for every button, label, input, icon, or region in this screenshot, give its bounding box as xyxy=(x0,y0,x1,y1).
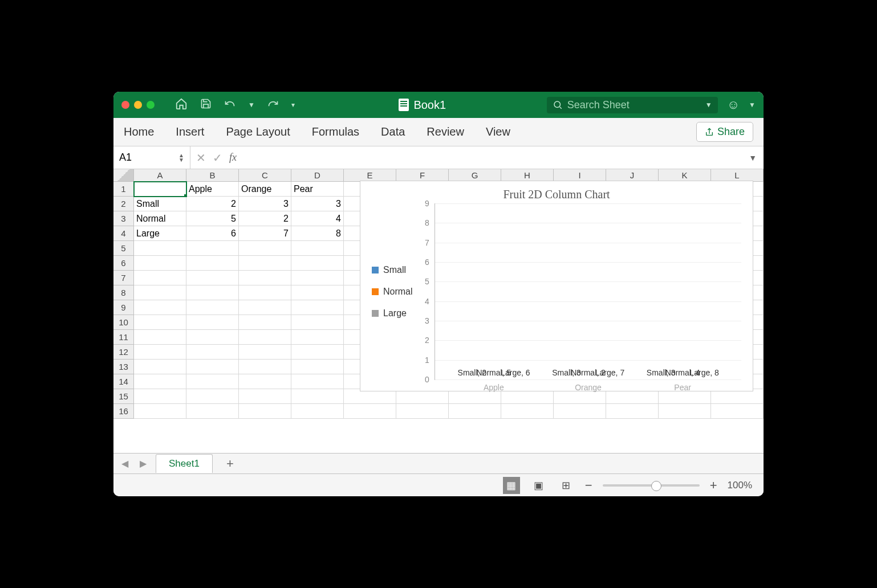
formula-expand-icon[interactable]: ▼ xyxy=(742,153,764,162)
search-dropdown-icon[interactable]: ▼ xyxy=(705,101,712,109)
cell-D2[interactable]: 3 xyxy=(291,197,344,211)
cell-C10[interactable] xyxy=(239,315,291,330)
cell-B13[interactable] xyxy=(186,360,239,374)
home-icon[interactable] xyxy=(172,97,191,113)
row-header[interactable]: 3 xyxy=(113,211,134,226)
row-header[interactable]: 10 xyxy=(113,315,134,330)
cell-J16[interactable] xyxy=(606,404,659,419)
tab-insert[interactable]: Insert xyxy=(176,125,204,138)
cell-A9[interactable] xyxy=(134,300,186,315)
cell-H16[interactable] xyxy=(501,404,554,419)
cell-D3[interactable]: 4 xyxy=(291,211,344,226)
cell-D9[interactable] xyxy=(291,300,344,315)
cell-D7[interactable] xyxy=(291,271,344,285)
undo-icon[interactable] xyxy=(221,98,239,112)
col-header[interactable]: D xyxy=(291,169,344,181)
cell-I16[interactable] xyxy=(554,404,606,419)
row-header[interactable]: 12 xyxy=(113,345,134,360)
zoom-slider[interactable] xyxy=(603,484,700,487)
cell-C11[interactable] xyxy=(239,330,291,345)
cell-A14[interactable] xyxy=(134,374,186,389)
cell-A16[interactable] xyxy=(134,404,186,419)
cell-E16[interactable] xyxy=(344,404,396,419)
cell-C2[interactable]: 3 xyxy=(239,197,291,211)
row-header[interactable]: 13 xyxy=(113,360,134,374)
name-box[interactable]: A1 ▲▼ xyxy=(113,146,190,169)
col-header[interactable]: L xyxy=(711,169,764,181)
minimize-window-button[interactable] xyxy=(134,101,142,109)
cell-B4[interactable]: 6 xyxy=(186,226,239,241)
cell-D10[interactable] xyxy=(291,315,344,330)
cell-A4[interactable]: Large xyxy=(134,226,186,241)
confirm-icon[interactable]: ✓ xyxy=(213,151,222,165)
spreadsheet-grid[interactable]: ABCDEFGHIJKL 1AppleOrangePear2Small2333N… xyxy=(113,169,764,453)
cell-D6[interactable] xyxy=(291,256,344,271)
cell-B14[interactable] xyxy=(186,374,239,389)
cell-D13[interactable] xyxy=(291,360,344,374)
cell-C8[interactable] xyxy=(239,285,291,300)
cell-B7[interactable] xyxy=(186,271,239,285)
cell-C12[interactable] xyxy=(239,345,291,360)
cell-L16[interactable] xyxy=(711,404,764,419)
cell-B12[interactable] xyxy=(186,345,239,360)
undo-dropdown-icon[interactable]: ▼ xyxy=(245,101,258,109)
cell-A1[interactable] xyxy=(134,182,186,197)
cell-A7[interactable] xyxy=(134,271,186,285)
cell-B10[interactable] xyxy=(186,315,239,330)
cell-B15[interactable] xyxy=(186,389,239,404)
cell-B3[interactable]: 5 xyxy=(186,211,239,226)
row-header[interactable]: 15 xyxy=(113,389,134,404)
cell-A10[interactable] xyxy=(134,315,186,330)
cell-D12[interactable] xyxy=(291,345,344,360)
cell-C15[interactable] xyxy=(239,389,291,404)
row-header[interactable]: 9 xyxy=(113,300,134,315)
cell-A3[interactable]: Normal xyxy=(134,211,186,226)
col-header[interactable]: B xyxy=(186,169,239,181)
cell-C4[interactable]: 7 xyxy=(239,226,291,241)
col-header[interactable]: I xyxy=(554,169,606,181)
cell-A6[interactable] xyxy=(134,256,186,271)
cell-B5[interactable] xyxy=(186,241,239,256)
cell-C13[interactable] xyxy=(239,360,291,374)
name-box-spinner[interactable]: ▲▼ xyxy=(178,153,184,162)
cell-C14[interactable] xyxy=(239,374,291,389)
cell-B9[interactable] xyxy=(186,300,239,315)
cell-G16[interactable] xyxy=(449,404,501,419)
cell-B6[interactable] xyxy=(186,256,239,271)
cell-A13[interactable] xyxy=(134,360,186,374)
view-page-layout-icon[interactable]: ▣ xyxy=(530,477,547,494)
cell-C7[interactable] xyxy=(239,271,291,285)
cell-C16[interactable] xyxy=(239,404,291,419)
col-header[interactable]: F xyxy=(396,169,449,181)
sheet-tab[interactable]: Sheet1 xyxy=(156,454,213,473)
feedback-icon[interactable]: ☺ xyxy=(724,97,743,112)
close-window-button[interactable] xyxy=(121,101,129,109)
col-header[interactable]: C xyxy=(239,169,291,181)
share-button[interactable]: Share xyxy=(696,122,753,142)
cell-D8[interactable] xyxy=(291,285,344,300)
redo-icon[interactable] xyxy=(264,98,282,112)
row-header[interactable]: 1 xyxy=(113,182,134,197)
col-header[interactable]: J xyxy=(606,169,659,181)
row-header[interactable]: 14 xyxy=(113,374,134,389)
cell-A15[interactable] xyxy=(134,389,186,404)
fx-icon[interactable]: fx xyxy=(229,152,237,164)
tab-page-layout[interactable]: Page Layout xyxy=(226,125,290,138)
sheet-nav-prev-icon[interactable]: ◀ xyxy=(119,458,131,469)
view-page-break-icon[interactable]: ⊞ xyxy=(558,477,575,494)
col-header[interactable]: A xyxy=(134,169,186,181)
fullscreen-window-button[interactable] xyxy=(147,101,155,109)
row-header[interactable]: 6 xyxy=(113,256,134,271)
row-header[interactable]: 8 xyxy=(113,285,134,300)
row-header[interactable]: 7 xyxy=(113,271,134,285)
cell-D14[interactable] xyxy=(291,374,344,389)
search-input[interactable] xyxy=(567,99,701,111)
row-header[interactable]: 16 xyxy=(113,404,134,419)
row-header[interactable]: 2 xyxy=(113,197,134,211)
cell-B8[interactable] xyxy=(186,285,239,300)
tab-review[interactable]: Review xyxy=(427,125,464,138)
cell-B2[interactable]: 2 xyxy=(186,197,239,211)
search-box[interactable]: ▼ xyxy=(547,97,718,113)
tab-view[interactable]: View xyxy=(486,125,510,138)
cell-D15[interactable] xyxy=(291,389,344,404)
